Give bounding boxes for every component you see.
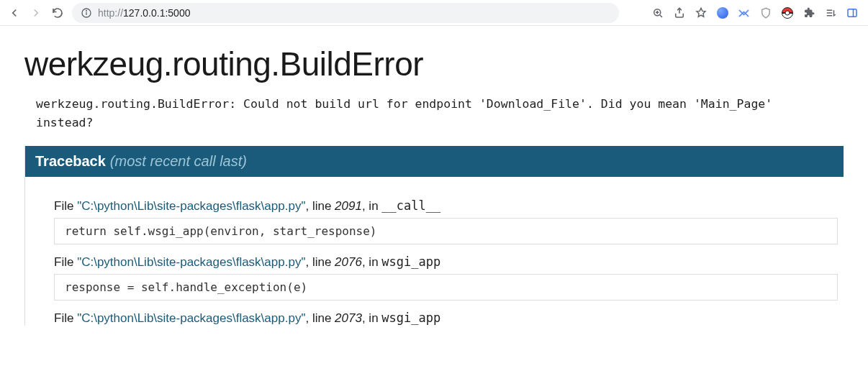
address-bar[interactable]: http://127.0.0.1:5000 [72, 3, 619, 23]
url-scheme: http:// [98, 7, 123, 19]
extension-wave-icon[interactable]: ⩙ [737, 6, 751, 20]
side-panel-icon[interactable] [845, 6, 859, 20]
exception-message: werkzeug.routing.BuildError: Could not b… [24, 95, 844, 146]
frame-location: File "C:\python\Lib\site-packages\flask\… [54, 255, 838, 270]
traceback-frame[interactable]: File "C:\python\Lib\site-packages\flask\… [54, 198, 838, 244]
url-text: http://127.0.0.1:5000 [98, 7, 190, 19]
url-host: 127.0.0.1:5000 [123, 7, 190, 19]
traceback-frames: File "C:\python\Lib\site-packages\flask\… [25, 177, 844, 326]
bookmark-star-icon[interactable] [694, 6, 708, 20]
traceback-frame[interactable]: File "C:\python\Lib\site-packages\flask\… [54, 311, 838, 326]
exception-title: werkzeug.routing.BuildError [24, 45, 844, 83]
traceback-header: Traceback (most recent call last) [25, 146, 844, 177]
traceback-header-sub: (most recent call last) [110, 153, 247, 170]
back-button[interactable] [4, 3, 24, 23]
extension-pokeball-icon[interactable] [780, 6, 795, 20]
traceback-frame[interactable]: File "C:\python\Lib\site-packages\flask\… [54, 255, 838, 301]
browser-chrome: http://127.0.0.1:5000 ⩙ [0, 0, 868, 26]
extension-shield-icon[interactable] [759, 6, 773, 20]
traceback-container: Traceback (most recent call last) File "… [24, 146, 844, 326]
reading-list-icon[interactable] [823, 6, 838, 20]
frame-location: File "C:\python\Lib\site-packages\flask\… [54, 198, 838, 214]
share-icon[interactable] [672, 6, 687, 20]
error-page: werkzeug.routing.BuildError werkzeug.rou… [0, 26, 868, 326]
frame-code[interactable]: response = self.handle_exception(e) [54, 274, 838, 301]
frame-code[interactable]: return self.wsgi_app(environ, start_resp… [54, 218, 838, 244]
extensions-puzzle-icon[interactable] [802, 6, 816, 20]
forward-button[interactable] [26, 3, 46, 23]
traceback-header-main: Traceback [35, 153, 106, 170]
extension-blue-icon[interactable] [715, 6, 730, 20]
zoom-icon[interactable] [651, 6, 665, 20]
toolbar-right: ⩙ [651, 6, 864, 20]
svg-line-4 [660, 15, 662, 17]
reload-button[interactable] [48, 3, 68, 23]
site-info-icon[interactable] [81, 7, 92, 19]
svg-point-2 [86, 10, 87, 11]
frame-location: File "C:\python\Lib\site-packages\flask\… [54, 311, 838, 326]
svg-rect-10 [848, 9, 856, 17]
